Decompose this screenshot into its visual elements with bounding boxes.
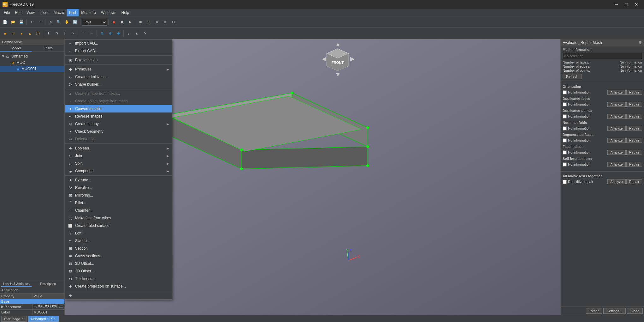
- rp-settings-icon[interactable]: ⚙: [639, 40, 642, 45]
- menu-revolve[interactable]: ↻ Revolve...: [65, 184, 172, 191]
- menu-cross-sections[interactable]: ⊞ Cross-sections...: [65, 252, 172, 260]
- extrude-tool[interactable]: ⬆: [44, 30, 52, 37]
- fillet-tool[interactable]: ⌒: [80, 30, 87, 37]
- self-intersect-analyze[interactable]: Analyze: [607, 162, 625, 167]
- menu-chamfer[interactable]: ⌗ Chamfer...: [65, 207, 172, 214]
- face-indices-checkbox[interactable]: [563, 150, 567, 155]
- minimize-button[interactable]: ─: [611, 0, 621, 9]
- intersection-tool[interactable]: ⊗: [115, 30, 122, 37]
- union-tool[interactable]: ⊕: [98, 30, 106, 37]
- new-button[interactable]: 📄: [1, 18, 9, 26]
- tab-model[interactable]: Model: [0, 45, 32, 52]
- view-iso[interactable]: ◈: [161, 18, 169, 26]
- workbench-selector[interactable]: Part: [82, 19, 107, 26]
- close-panel-button[interactable]: Close: [627, 308, 643, 314]
- revolve-tool[interactable]: ↻: [53, 30, 60, 37]
- chamfer-tool[interactable]: ⌗: [88, 30, 95, 37]
- torus-tool[interactable]: ◯: [34, 30, 42, 37]
- menu-view[interactable]: View: [24, 9, 37, 16]
- menu-mirroring[interactable]: ⊟ Mirroring...: [65, 191, 172, 199]
- rotate-button[interactable]: 🔄: [71, 18, 79, 26]
- tab-description[interactable]: Description: [33, 282, 63, 287]
- settings-button[interactable]: Settings...: [603, 308, 626, 314]
- select-button[interactable]: 🖱: [47, 18, 54, 26]
- dup-points-analyze[interactable]: Analyze: [607, 114, 625, 119]
- menu-sweep[interactable]: 〜 Sweep...: [65, 237, 172, 245]
- view-top[interactable]: ⊟: [145, 18, 152, 26]
- menu-windows[interactable]: Windows: [98, 9, 119, 16]
- menu-section[interactable]: ⊠ Section: [65, 245, 172, 252]
- menu-fillet[interactable]: ⌒ Fillet...: [65, 199, 172, 207]
- dup-faces-checkbox[interactable]: [563, 102, 567, 106]
- menu-create-shape-mesh[interactable]: ▲ Create shape from mesh...: [65, 90, 172, 97]
- measure-clear-tool[interactable]: ✕: [141, 30, 149, 37]
- tab-start-close[interactable]: ✕: [21, 317, 24, 320]
- menu-macro[interactable]: Macro: [51, 9, 67, 16]
- view-front[interactable]: ⊞: [137, 18, 144, 26]
- refresh-button[interactable]: Refresh: [563, 74, 582, 79]
- box-tool[interactable]: ■: [1, 30, 9, 37]
- menu-make-face[interactable]: ⬚ Make face from wires: [65, 214, 172, 222]
- tab-labels[interactable]: Labels & Attributes: [1, 282, 32, 287]
- orientation-repair[interactable]: Repair: [626, 90, 642, 95]
- cylinder-tool[interactable]: ⬭: [9, 30, 17, 37]
- non-manifolds-checkbox[interactable]: [563, 126, 567, 131]
- menu-defeaturing[interactable]: ⊘ Defeaturing: [65, 135, 172, 143]
- tab-tasks[interactable]: Tasks: [32, 45, 64, 52]
- menu-edit[interactable]: Edit: [12, 9, 24, 16]
- all-tests-analyze[interactable]: Analyze: [607, 179, 625, 184]
- sphere-tool[interactable]: ●: [18, 30, 25, 37]
- menu-loft[interactable]: ⟟ Loft...: [65, 229, 172, 237]
- non-manifolds-analyze[interactable]: Analyze: [607, 126, 625, 131]
- reset-button[interactable]: Reset: [586, 308, 602, 314]
- menu-create-primitives[interactable]: ◇ Create primitives...: [65, 73, 172, 81]
- menu-2d-offset[interactable]: ⊟ 2D Offset...: [65, 267, 172, 275]
- measure-linear-tool[interactable]: ↕: [125, 30, 133, 37]
- pan-button[interactable]: ✋: [63, 18, 71, 26]
- maximize-button[interactable]: □: [621, 0, 631, 9]
- dup-faces-analyze[interactable]: Analyze: [607, 102, 625, 107]
- degen-faces-checkbox[interactable]: [563, 138, 567, 143]
- menu-help[interactable]: Help: [119, 9, 132, 16]
- menu-projection[interactable]: ⊙ Create projection on surface...: [65, 283, 172, 290]
- menu-tools[interactable]: Tools: [37, 9, 51, 16]
- menu-create-copy[interactable]: ⎘ Create a copy ▶: [65, 120, 172, 128]
- cone-tool[interactable]: ▲: [26, 30, 33, 37]
- menu-compound[interactable]: ◈ Compound ▶: [65, 167, 172, 175]
- play-button[interactable]: ▶: [126, 18, 134, 26]
- dup-faces-repair[interactable]: Repair: [626, 102, 642, 107]
- close-button[interactable]: ✕: [631, 0, 641, 9]
- menu-convert-solid[interactable]: ● Convert to solid: [65, 105, 172, 112]
- menu-create-points[interactable]: · Create points object from mesh: [65, 97, 172, 105]
- record-button[interactable]: ⏺: [110, 18, 117, 26]
- degen-faces-repair[interactable]: Repair: [626, 138, 642, 143]
- menu-extrude[interactable]: ⬆ Extrude...: [65, 176, 172, 184]
- tab-unnamed[interactable]: Unnamed : 1* ✕: [28, 316, 59, 322]
- orientation-checkbox[interactable]: [563, 90, 567, 94]
- menu-file[interactable]: File: [1, 9, 12, 16]
- menu-shape-builder[interactable]: ⬡ Shape builder...: [65, 81, 172, 88]
- face-indices-analyze[interactable]: Analyze: [607, 150, 625, 155]
- measure-angular-tool[interactable]: ∠: [133, 30, 141, 37]
- self-intersect-checkbox[interactable]: [563, 162, 567, 167]
- self-intersect-repair[interactable]: Repair: [626, 162, 642, 167]
- menu-ruled-surface[interactable]: ⬜ Create ruled surface: [65, 222, 172, 229]
- redo-button[interactable]: ↪: [36, 18, 44, 26]
- menu-boolean[interactable]: ⊕ Boolean ▶: [65, 144, 172, 152]
- loft-tool[interactable]: ⟟: [61, 30, 68, 37]
- all-tests-checkbox[interactable]: [563, 180, 567, 184]
- tree-item-muo[interactable]: ⚙ MUO: [0, 59, 64, 66]
- menu-box-selection[interactable]: ▣ Box selection: [65, 56, 172, 64]
- viewport[interactable]: FRONT ◀ ▶ ▲ ▼ X Y Z → Import CAD...: [65, 39, 560, 315]
- menu-import-cad[interactable]: → Import CAD...: [65, 39, 172, 47]
- menu-3d-offset[interactable]: ⊡ 3D Offset...: [65, 260, 172, 267]
- menu-export-cad[interactable]: ← Export CAD...: [65, 47, 172, 55]
- save-button[interactable]: 💾: [18, 18, 25, 26]
- undo-button[interactable]: ↩: [28, 18, 36, 26]
- view-all[interactable]: ⊡: [169, 18, 177, 26]
- tree-item-unnamed[interactable]: ▼ 🗂 Unnamed: [0, 53, 64, 59]
- menu-check-geometry[interactable]: ✓ Check Geometry: [65, 128, 172, 135]
- menu-attachment[interactable]: ⊛: [65, 292, 172, 299]
- dup-points-checkbox[interactable]: [563, 114, 567, 118]
- view-right[interactable]: ⊠: [153, 18, 161, 26]
